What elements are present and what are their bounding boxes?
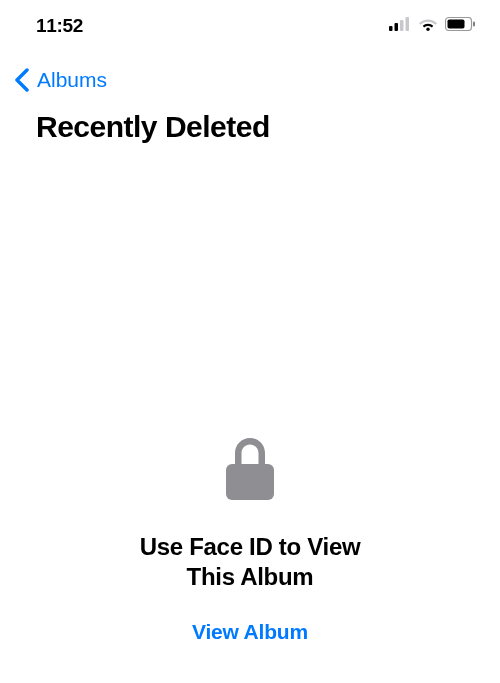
chevron-left-icon bbox=[14, 68, 31, 92]
svg-rect-2 bbox=[400, 20, 404, 31]
status-time: 11:52 bbox=[36, 15, 83, 37]
lock-icon bbox=[226, 438, 274, 504]
svg-rect-7 bbox=[473, 22, 475, 27]
status-bar: 11:52 bbox=[0, 0, 500, 48]
locked-prompt-line1: Use Face ID to View bbox=[140, 533, 361, 560]
nav-back[interactable]: Albums bbox=[0, 48, 500, 104]
svg-rect-8 bbox=[226, 464, 274, 500]
nav-back-label: Albums bbox=[37, 68, 107, 92]
view-album-button[interactable]: View Album bbox=[192, 620, 308, 644]
page-title: Recently Deleted bbox=[0, 104, 500, 144]
status-icons bbox=[389, 17, 476, 35]
locked-prompt: Use Face ID to View This Album bbox=[140, 532, 361, 592]
svg-point-4 bbox=[426, 28, 429, 31]
svg-rect-6 bbox=[448, 20, 465, 29]
locked-album-panel: Use Face ID to View This Album View Albu… bbox=[0, 438, 500, 644]
wifi-icon bbox=[418, 17, 438, 35]
battery-icon bbox=[445, 17, 476, 35]
svg-rect-1 bbox=[395, 23, 399, 31]
svg-rect-3 bbox=[406, 17, 410, 31]
svg-rect-0 bbox=[389, 26, 393, 31]
locked-prompt-line2: This Album bbox=[187, 563, 314, 590]
cellular-signal-icon bbox=[389, 17, 411, 35]
